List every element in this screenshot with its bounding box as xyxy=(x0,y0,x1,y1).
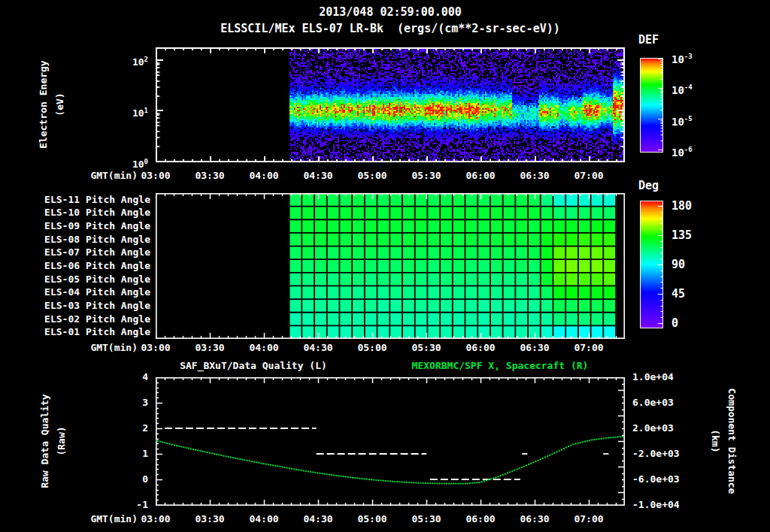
y-tick-label: -6.0e+03 xyxy=(632,473,680,485)
colorbar-tick-label: 180 xyxy=(671,200,692,212)
colorbar-tick-label: 10-5 xyxy=(671,113,693,128)
x-tick-label: 04:00 xyxy=(237,170,291,182)
pitch-row-label: ELS-07 Pitch Angle xyxy=(30,246,150,258)
x-tick-label: 05:30 xyxy=(399,513,453,525)
x-tick-label: 05:00 xyxy=(345,170,399,182)
timeseries-ylabel-right-units: (km) xyxy=(709,429,721,452)
y-tick-label: 0 xyxy=(118,473,148,485)
y-tick-label: 1.0e+04 xyxy=(632,371,674,383)
y-tick-label: 3 xyxy=(118,397,148,409)
def-colorbar-label: DEF xyxy=(638,34,659,46)
colorbar-tick-label: 10-4 xyxy=(671,81,693,96)
x-tick-label: 05:00 xyxy=(345,513,399,525)
timeseries-title-left: SAF_BXuT/Data Quality (L) xyxy=(156,360,351,372)
def-colorbar-canvas xyxy=(640,58,663,153)
y-tick-label: 102 xyxy=(118,53,148,68)
page-title-instrument: ELSSCIL/MEx ELS-07 LR-Bk (ergs/(cm**2-sr… xyxy=(111,23,670,35)
pitch-row-label: ELS-11 Pitch Angle xyxy=(30,194,150,206)
deg-colorbar-canvas xyxy=(640,201,663,328)
colorbar-tick-label: 10-3 xyxy=(671,50,693,65)
y-tick-label: 6.0e+03 xyxy=(632,397,674,409)
page-title-date: 2013/048 02:59:00.000 xyxy=(156,6,625,18)
pitch-row-label: ELS-01 Pitch Angle xyxy=(30,326,150,338)
timeseries-canvas xyxy=(156,377,625,506)
x-tick-label: 06:30 xyxy=(508,342,562,354)
y-tick-label: 1 xyxy=(118,448,148,460)
y-tick-label: -2.0e+03 xyxy=(632,448,680,460)
timeseries-ylabel-left: Raw Data Quality xyxy=(39,394,51,488)
x-tick-label: 04:30 xyxy=(291,170,345,182)
colorbar-tick-label: 135 xyxy=(671,229,692,241)
timeseries-ylabel-left-units: (Raw) xyxy=(56,426,68,455)
pitch-row-label: ELS-02 Pitch Angle xyxy=(30,313,150,325)
x-tick-label: 07:00 xyxy=(562,342,616,354)
x-tick-label: 07:00 xyxy=(562,513,616,525)
y-tick-label: 101 xyxy=(118,104,148,119)
y-tick-label: -1.0e+04 xyxy=(632,499,680,511)
instrument-name: ELSSCIL/MEx ELS-07 LR-Bk xyxy=(220,22,383,35)
energy-spectrogram-canvas xyxy=(156,47,625,162)
y-tick-label: 4 xyxy=(118,371,148,383)
colorbar-tick-label: 10-6 xyxy=(671,144,693,159)
plot-page: 2013/048 02:59:00.000 ELSSCIL/MEx ELS-07… xyxy=(0,0,770,532)
timeseries-title-right: MEXORBMC/SPF X, Spacecraft (R) xyxy=(391,360,609,372)
y-tick-label: 2.0e+03 xyxy=(632,422,674,434)
x-tick-label: 06:00 xyxy=(453,342,508,354)
y-tick-label: -1 xyxy=(118,499,148,511)
colorbar-tick-label: 90 xyxy=(671,258,685,271)
x-tick-label: 03:30 xyxy=(183,513,237,525)
deg-colorbar-label: Deg xyxy=(638,180,659,192)
x-tick-label: 04:30 xyxy=(291,513,345,525)
pitch-row-label: ELS-06 Pitch Angle xyxy=(30,260,150,272)
timeseries-ylabel-right: Component Distance xyxy=(726,388,738,494)
x-tick-label: 03:00 xyxy=(129,342,183,354)
instrument-units: (ergs/(cm**2-sr-sec-eV)) xyxy=(397,22,560,35)
x-tick-label: 03:00 xyxy=(129,170,183,182)
x-tick-label: 06:30 xyxy=(508,513,562,525)
colorbar-tick-label: 45 xyxy=(671,288,685,300)
spectrogram-ylabel-units: (eV) xyxy=(54,92,66,116)
pitch-row-label: ELS-03 Pitch Angle xyxy=(30,300,150,312)
x-tick-label: 07:00 xyxy=(562,170,616,182)
x-tick-label: 05:00 xyxy=(345,342,399,354)
x-tick-label: 03:00 xyxy=(129,513,183,525)
x-tick-label: 06:00 xyxy=(453,513,508,525)
x-tick-label: 03:30 xyxy=(183,342,237,354)
x-tick-label: 03:30 xyxy=(183,170,237,182)
x-tick-label: 04:00 xyxy=(237,513,291,525)
pitch-row-label: ELS-05 Pitch Angle xyxy=(30,274,150,286)
x-tick-label: 04:00 xyxy=(237,342,291,354)
title-spacer xyxy=(383,22,397,35)
x-tick-label: 04:30 xyxy=(291,342,345,354)
pitch-row-label: ELS-10 Pitch Angle xyxy=(30,207,150,219)
x-tick-label: 06:00 xyxy=(453,170,508,182)
pitch-row-label: ELS-09 Pitch Angle xyxy=(30,220,150,232)
pitch-row-label: ELS-04 Pitch Angle xyxy=(30,286,150,298)
x-tick-label: 06:30 xyxy=(508,170,562,182)
pitch-angle-canvas xyxy=(156,193,625,339)
spectrogram-ylabel: Electron Energy xyxy=(38,60,50,148)
x-tick-label: 05:30 xyxy=(399,342,453,354)
colorbar-tick-label: 0 xyxy=(671,317,678,329)
x-tick-label: 05:30 xyxy=(399,170,453,182)
y-tick-label: 2 xyxy=(118,422,148,434)
pitch-row-label: ELS-08 Pitch Angle xyxy=(30,234,150,246)
y-tick-label: 100 xyxy=(118,156,148,171)
